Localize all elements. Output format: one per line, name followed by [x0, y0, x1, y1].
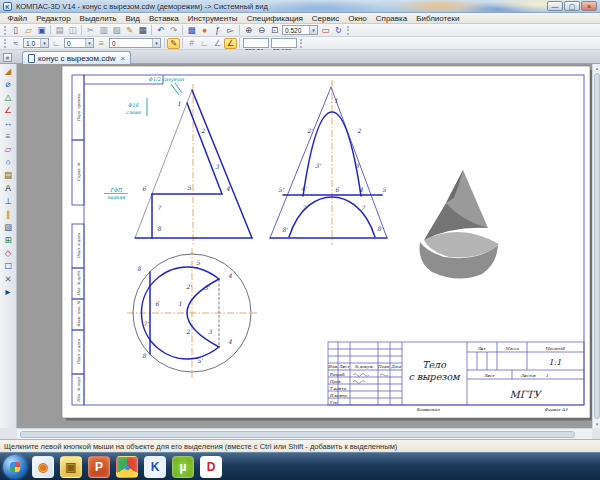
menu-select[interactable]: Выделить [75, 13, 121, 23]
preview-icon[interactable]: ◫ [66, 25, 79, 36]
drawing-canvas[interactable]: Перв. примен. Справ. № Подп. и дата Инв.… [17, 64, 592, 428]
rect-tool[interactable]: ☐ [1, 260, 15, 273]
coord-x-box[interactable] [243, 38, 269, 48]
menu-help[interactable]: Справка [371, 13, 411, 23]
toolbar-grip[interactable] [4, 26, 7, 35]
taskbar-chrome-icon[interactable]: ● [116, 456, 138, 478]
save-icon[interactable]: ▣ [35, 25, 48, 36]
spec-tool[interactable]: ▤ [1, 169, 15, 182]
title-block-row-label: Утв. [330, 400, 339, 405]
poly-tool[interactable]: ◇ [1, 247, 15, 260]
menu-specification[interactable]: Спецификация [242, 13, 307, 23]
designations-tool[interactable]: △ [1, 91, 15, 104]
table-icon[interactable]: ▦ [136, 25, 149, 36]
taskbar-wmp-icon[interactable]: ◉ [32, 456, 54, 478]
vertical-scroll-thumb[interactable] [594, 73, 600, 419]
taskbar-kompas-icon[interactable]: K [144, 456, 166, 478]
coord-y-box[interactable] [271, 38, 297, 48]
menu-service[interactable]: Сервис [307, 13, 343, 23]
chevron-down-icon[interactable]: ▾ [85, 39, 93, 47]
style-combo[interactable]: ▾ [64, 38, 94, 48]
new-document-icon[interactable]: ▯ [9, 25, 22, 36]
menu-tools[interactable]: Инструменты [183, 13, 242, 23]
zoom-frame-icon[interactable]: ⊡ [268, 25, 281, 36]
snap-toggle-icon[interactable]: ∠ [224, 38, 237, 49]
zoom-in-icon[interactable]: ⊕ [242, 25, 255, 36]
text-tool[interactable]: A [1, 182, 15, 195]
dimensions-tool[interactable]: ⌀ [1, 78, 15, 91]
parametrize-tool[interactable]: ≡ [1, 130, 15, 143]
tab-close-icon[interactable]: × [121, 54, 126, 63]
menu-libraries[interactable]: Библиотеки [412, 13, 464, 23]
help-pointer-icon[interactable]: ▻ [224, 25, 237, 36]
menu-insert[interactable]: Вставка [145, 13, 184, 23]
undo-icon[interactable]: ↶ [154, 25, 167, 36]
chevron-down-icon[interactable]: ▾ [309, 26, 317, 34]
vertical-scrollbar[interactable]: ▴ ▾ [592, 64, 600, 428]
layer-combo[interactable]: ▾ [109, 38, 161, 48]
toolbar-grip[interactable] [4, 39, 7, 48]
document-manager-icon[interactable]: ▩ [185, 25, 198, 36]
layers-icon[interactable]: ≡ [95, 38, 108, 49]
taskbar-utorrent-icon[interactable]: µ [172, 456, 194, 478]
menu-file[interactable]: Файл [3, 13, 32, 23]
edit-tool[interactable]: ↔ [1, 117, 15, 130]
zoom-combo[interactable]: ▾ [282, 25, 318, 35]
title-bar[interactable]: K КОМПАС-3D V14 - конус с вырезом.cdw (д… [0, 0, 600, 13]
zoom-value-input[interactable] [283, 27, 309, 34]
open-icon[interactable]: ▱ [22, 25, 35, 36]
toolbar-grip[interactable] [347, 26, 350, 35]
layer-input[interactable] [110, 40, 152, 47]
rebuild-icon[interactable]: ↻ [332, 25, 345, 36]
erase-tool[interactable]: ✕ [1, 273, 15, 286]
minimize-button[interactable]: — [547, 1, 563, 11]
scroll-down-icon[interactable]: ▾ [593, 421, 600, 427]
horizontal-scroll-thumb[interactable] [20, 431, 575, 438]
taskbar-powerpoint-icon[interactable]: P [88, 456, 110, 478]
taskbar-d-icon[interactable]: D [200, 456, 222, 478]
menu-window[interactable]: Окно [344, 13, 372, 23]
grid-tool[interactable]: ⊞ [1, 234, 15, 247]
zoom-out-icon[interactable]: ⊖ [255, 25, 268, 36]
measure-tool[interactable]: ▱ [1, 143, 15, 156]
toolbar-grip[interactable] [300, 39, 303, 48]
grid-icon[interactable]: # [185, 38, 198, 49]
print-icon[interactable]: ▤ [53, 25, 66, 36]
page-layout-icon[interactable]: ▭ [319, 25, 332, 36]
paste-icon[interactable]: ▧ [110, 25, 123, 36]
menu-view[interactable]: Вид [121, 13, 144, 23]
line-weight-combo[interactable]: ▾ [23, 38, 49, 48]
ortho-icon[interactable]: ∟ [198, 38, 211, 49]
document-tab[interactable]: конус с вырезом.cdw × [22, 51, 131, 64]
perpendicular-tool[interactable]: ⊥ [1, 195, 15, 208]
parallel-tool[interactable]: ∥ [1, 208, 15, 221]
geometry-tool[interactable]: ◢ [1, 65, 15, 78]
menu-editor[interactable]: Редактор [32, 13, 75, 23]
marks-tool[interactable]: ∠ [1, 104, 15, 117]
cut-icon[interactable]: ✂ [84, 25, 97, 36]
scroll-up-icon[interactable]: ▴ [593, 65, 600, 71]
svg-text:Подп. и дата: Подп. и дата [76, 232, 81, 258]
angle-icon[interactable]: ∠ [211, 38, 224, 49]
variables-icon[interactable]: ƒ [211, 25, 224, 36]
chevron-down-icon[interactable]: ▾ [40, 39, 48, 47]
arrow-tool[interactable]: ► [1, 286, 15, 299]
hatch-tool[interactable]: ▨ [1, 221, 15, 234]
chevron-down-icon[interactable]: ▾ [152, 39, 160, 47]
select-tool[interactable]: ○ [1, 156, 15, 169]
copy-icon[interactable]: ▥ [97, 25, 110, 36]
taskbar-app-icon[interactable]: ▣ [60, 456, 82, 478]
close-button[interactable]: × [581, 1, 597, 11]
style-input[interactable] [65, 40, 85, 47]
style-icon[interactable]: ∟ [50, 38, 63, 49]
panel-toggle-icon[interactable]: # [3, 53, 12, 62]
line-weight-input[interactable] [24, 40, 40, 47]
line-weight-icon[interactable]: ≈ [9, 38, 22, 49]
sketch-mode-icon[interactable]: ✎ [167, 38, 180, 49]
redo-icon[interactable]: ↷ [167, 25, 180, 36]
maximize-button[interactable]: ▢ [564, 1, 580, 11]
format-brush-icon[interactable]: ✎ [123, 25, 136, 36]
marker-icon[interactable]: ● [198, 25, 211, 36]
start-button[interactable] [3, 455, 27, 479]
horizontal-scrollbar[interactable] [17, 428, 592, 439]
